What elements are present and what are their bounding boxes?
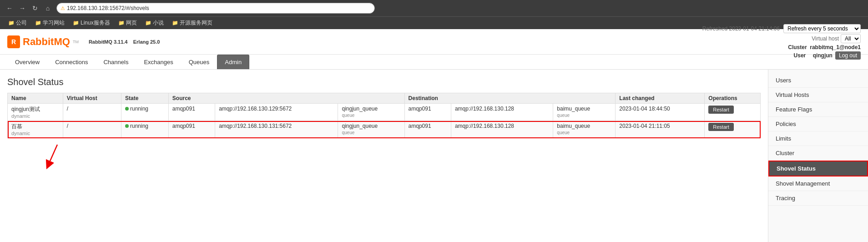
refresh-button[interactable]: ↻ (30, 3, 40, 13)
sidebar: Users Virtual Hosts Feature Flags Polici… (768, 70, 868, 242)
tab-connections[interactable]: Connections (47, 55, 96, 69)
row-name: qingjun测试 (11, 106, 59, 113)
sidebar-item-feature-flags[interactable]: Feature Flags (768, 102, 868, 117)
col-state: State (121, 93, 169, 104)
cell-operations: Restart (705, 104, 761, 121)
user-row: User qingjun Log out (794, 51, 861, 60)
cell-dst-queue: baimu_queuequeue (553, 121, 616, 138)
logout-button[interactable]: Log out (835, 51, 861, 60)
cluster-value: rabbitmq_1@node1 (810, 44, 861, 50)
rmq-version: RabbitMQ 3.11.4 Erlang 25.0 (89, 39, 160, 45)
user-value: qingjun (813, 52, 833, 59)
refresh-select[interactable]: Refresh every 5 seconds Refresh every 10… (783, 24, 861, 33)
bookmark-icon: 📁 (145, 20, 151, 26)
sidebar-item-shovel-status[interactable]: Shovel Status (768, 161, 868, 176)
main-content: Shovel Status Name Virtual Host State So… (0, 70, 868, 242)
cell-src-node: amqp091 (168, 104, 215, 121)
bookmark-label: 公司 (16, 19, 27, 27)
col-vhost: Virtual Host (63, 93, 121, 104)
bookmark-label: Linux服务器 (81, 19, 110, 27)
state-badge: running (125, 123, 148, 129)
state-dot (125, 124, 129, 128)
refreshed-label: Refreshed 2023-01-04 21:14:06 (702, 25, 780, 32)
address-bar[interactable]: ⚠ 192.168.130.128:15672/#/shovels (56, 3, 375, 14)
home-button[interactable]: ⌂ (43, 3, 53, 13)
security-icon: ⚠ (61, 5, 65, 11)
cluster-label: Cluster (788, 44, 807, 50)
cell-dst-url: amqp://192.168.130.128 (451, 121, 553, 138)
cluster-row: Cluster rabbitmq_1@node1 (788, 44, 861, 50)
cell-state: running (121, 121, 169, 138)
cell-name: qingjun测试 dynamic (8, 104, 63, 121)
rmq-logo: R RabbitMQ TM RabbitMQ 3.11.4 Erlang 25.… (7, 35, 160, 48)
rmq-tm: TM (73, 40, 79, 44)
forward-button[interactable]: → (17, 3, 27, 13)
tab-overview[interactable]: Overview (7, 55, 47, 69)
col-destination: Destination (404, 93, 616, 104)
cell-dst-url: amqp://192.168.130.128 (451, 104, 553, 121)
sidebar-item-cluster[interactable]: Cluster (768, 146, 868, 161)
cell-src-node: amqp091 (168, 121, 215, 138)
vhost-label: Virtual host (812, 35, 839, 42)
cell-src-url: amqp://192.168.130.131:5672 (215, 121, 338, 138)
rmq-logo-icon: R (7, 35, 20, 48)
state-badge: running (125, 106, 148, 112)
bookmark-opensource[interactable]: 📁 开源服务网页 (168, 18, 216, 28)
bookmark-study[interactable]: 📁 学习网站 (31, 18, 68, 28)
bookmark-label: 网页 (126, 19, 137, 27)
col-last-changed: Last changed (616, 93, 705, 104)
tab-queues[interactable]: Queues (181, 55, 217, 69)
arrow-annotation-container (7, 140, 761, 172)
cell-src-queue: qingjun_queuequeue (338, 104, 404, 121)
col-source: Source (168, 93, 404, 104)
vhost-select[interactable]: All (841, 34, 861, 43)
sidebar-item-users[interactable]: Users (768, 73, 868, 88)
browser-nav: ← → ↻ ⌂ (5, 3, 53, 13)
cell-dst-node: amqp091 (404, 121, 451, 138)
restart-button[interactable]: Restart (708, 123, 733, 131)
cell-src-url: amqp://192.168.130.129:5672 (215, 104, 338, 121)
refresh-row: Refreshed 2023-01-04 21:14:06 Refresh ev… (702, 24, 861, 33)
row-type: dynamic (11, 131, 59, 136)
row-type: dynamic (11, 113, 59, 119)
bookmark-icon: 📁 (172, 20, 178, 26)
bookmark-label: 学习网站 (43, 19, 65, 27)
table-row: 百慕 dynamic / running amqp091 amqp://192.… (8, 121, 761, 138)
bookmark-company[interactable]: 📁 公司 (5, 18, 30, 28)
cell-src-queue: qingjun_queuequeue (338, 121, 404, 138)
tab-admin[interactable]: Admin (217, 55, 249, 69)
bookmark-web[interactable]: 📁 网页 (115, 18, 141, 28)
bookmark-icon: 📁 (35, 20, 41, 26)
bookmark-icon: 📁 (73, 20, 79, 26)
content-area: Shovel Status Name Virtual Host State So… (0, 70, 768, 242)
bookmark-label: 小说 (153, 19, 164, 27)
arrow-svg (44, 140, 135, 170)
cell-last-changed: 2023-01-04 18:44:50 (616, 104, 705, 121)
cell-vhost: / (63, 104, 121, 121)
cell-dst-node: amqp091 (404, 104, 451, 121)
version-label: RabbitMQ 3.11.4 (89, 39, 128, 45)
cell-operations: Restart (705, 121, 761, 138)
back-button[interactable]: ← (5, 3, 15, 13)
rmq-logo-text: RabbitMQ (23, 36, 70, 48)
bookmark-novel[interactable]: 📁 小说 (141, 18, 167, 28)
sidebar-item-tracing[interactable]: Tracing (768, 191, 868, 206)
rmq-top-right: Refreshed 2023-01-04 21:14:06 Refresh ev… (702, 24, 861, 60)
page-title: Shovel Status (7, 77, 761, 87)
cell-last-changed: 2023-01-04 21:11:05 (616, 121, 705, 138)
user-label: User (794, 52, 806, 59)
tab-channels[interactable]: Channels (96, 55, 136, 69)
bookmark-linux[interactable]: 📁 Linux服务器 (69, 18, 114, 28)
table-header-row: Name Virtual Host State Source Destinati… (8, 93, 761, 104)
sidebar-item-shovel-management[interactable]: Shovel Management (768, 176, 868, 191)
restart-button[interactable]: Restart (708, 106, 733, 114)
sidebar-item-limits[interactable]: Limits (768, 131, 868, 146)
bookmark-icon: 📁 (8, 20, 15, 26)
erlang-label: Erlang 25.0 (133, 39, 160, 45)
shovel-status-table: Name Virtual Host State Source Destinati… (7, 93, 761, 138)
sidebar-item-policies[interactable]: Policies (768, 117, 868, 131)
browser-chrome: ← → ↻ ⌂ ⚠ 192.168.130.128:15672/#/shovel… (0, 0, 868, 16)
tab-exchanges[interactable]: Exchanges (136, 55, 181, 69)
sidebar-item-virtual-hosts[interactable]: Virtual Hosts (768, 88, 868, 102)
bookmark-icon: 📁 (118, 20, 125, 26)
